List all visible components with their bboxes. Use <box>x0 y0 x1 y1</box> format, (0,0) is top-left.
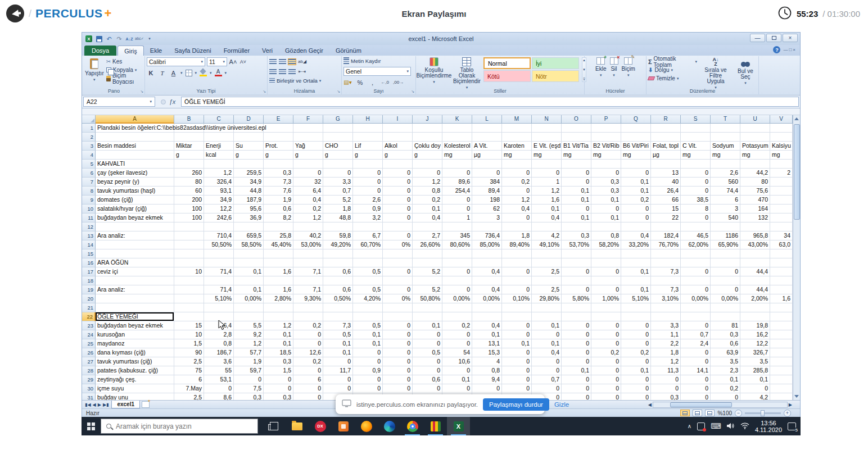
dx-app-icon[interactable]: DX <box>315 421 326 432</box>
cell-E22[interactable] <box>264 312 293 321</box>
cell-B15[interactable] <box>174 249 204 258</box>
cell-B6[interactable]: 260 <box>174 169 204 178</box>
fx-icon[interactable]: ƒx <box>169 98 176 105</box>
cell-Q13[interactable]: 0,4 <box>621 231 651 240</box>
insert-cells-button[interactable]: Ekle▾ <box>595 57 606 78</box>
cell-M23[interactable]: 0 <box>502 321 532 330</box>
cell-L30[interactable]: 0 <box>472 384 502 393</box>
cell-O15[interactable] <box>562 249 591 258</box>
cell-L11[interactable]: 3 <box>472 213 502 222</box>
cell-N15[interactable] <box>532 249 562 258</box>
cell-S28[interactable]: 14,1 <box>681 366 711 375</box>
chrome-icon-slot[interactable] <box>401 417 424 435</box>
cell-A5[interactable]: KAHVALTI <box>96 160 174 169</box>
cell-L5[interactable] <box>472 160 502 169</box>
firefox-icon[interactable] <box>361 421 372 432</box>
cell-M19[interactable]: 0 <box>502 285 532 294</box>
cell-D9[interactable]: 187,9 <box>234 196 264 205</box>
cell-I9[interactable]: 0 <box>383 196 413 205</box>
cell-M6[interactable]: 0 <box>502 169 532 178</box>
cell-T28[interactable]: 2,3 <box>711 366 740 375</box>
cell-Q15[interactable] <box>621 249 651 258</box>
cell-Q26[interactable]: 0,2 <box>621 348 651 357</box>
cell-F11[interactable]: 1,2 <box>293 213 323 222</box>
cell-C26[interactable]: 186,7 <box>204 348 234 357</box>
cell-E23[interactable]: 1,2 <box>264 321 293 330</box>
cell-O27[interactable]: 0 <box>562 357 591 366</box>
cell-A10[interactable]: salatalık/hıyar (çiğ) <box>96 205 174 213</box>
scroll-up-icon[interactable] <box>793 115 801 122</box>
borders-icon[interactable] <box>186 70 192 76</box>
cell-U26[interactable]: 326,7 <box>740 348 770 357</box>
cell-P2[interactable] <box>591 133 621 142</box>
cell-T6[interactable]: 2,6 <box>711 169 740 178</box>
cell-P8[interactable]: 0,3 <box>591 187 621 196</box>
cell-T24[interactable]: 0,3 <box>711 330 740 339</box>
cell-R29[interactable]: 0 <box>651 375 681 384</box>
row-header-10[interactable]: 10 <box>82 205 96 213</box>
cell-T7[interactable]: 560 <box>711 178 740 187</box>
cell-T12[interactable] <box>711 222 740 231</box>
view-normal-icon[interactable] <box>680 410 690 416</box>
cell-C15[interactable] <box>204 249 234 258</box>
cell-I14[interactable]: 0% <box>383 240 413 249</box>
column-header-K[interactable]: K <box>442 115 472 124</box>
cell-J2[interactable] <box>413 133 442 142</box>
cell-R4[interactable]: µg <box>651 151 681 160</box>
cell-K7[interactable]: 89,6 <box>442 178 472 187</box>
cell-R8[interactable]: 26,4 <box>651 187 681 196</box>
cell-V15[interactable] <box>770 249 793 258</box>
cell-H26[interactable]: 0 <box>353 348 383 357</box>
grow-font-icon[interactable]: A˄ <box>229 58 237 66</box>
cell-G16[interactable] <box>323 258 353 267</box>
row-header-31[interactable]: 31 <box>82 393 96 400</box>
cell-M5[interactable] <box>502 160 532 169</box>
cell-T27[interactable]: 3,5 <box>711 357 740 366</box>
cell-A18[interactable] <box>96 276 174 285</box>
cell-H15[interactable] <box>353 249 383 258</box>
cell-T19[interactable]: 0 <box>711 285 740 294</box>
cell-G17[interactable]: 0,6 <box>323 267 353 276</box>
cell-I28[interactable]: 0 <box>383 366 413 375</box>
cell-A17[interactable]: ceviz içi <box>96 267 174 276</box>
cell-E1[interactable] <box>264 124 293 133</box>
view-page-break-icon[interactable] <box>705 410 715 416</box>
cell-G5[interactable] <box>323 160 353 169</box>
clipboard-dialog-launcher-icon[interactable]: ↘ <box>140 89 143 94</box>
cell-N24[interactable]: 0 <box>532 330 562 339</box>
cell-E13[interactable]: 25,8 <box>264 231 293 240</box>
cell-J5[interactable] <box>413 160 442 169</box>
cell-B7[interactable]: 80 <box>174 178 204 187</box>
row-header-13[interactable]: 13 <box>82 231 96 240</box>
cell-S27[interactable]: 0 <box>681 357 711 366</box>
cell-I20[interactable]: 0% <box>383 294 413 303</box>
cell-P15[interactable] <box>591 249 621 258</box>
cell-K12[interactable] <box>442 222 472 231</box>
cell-F7[interactable]: 32 <box>293 178 323 187</box>
cell-B12[interactable] <box>174 222 204 231</box>
cell-E14[interactable]: 45,40% <box>264 240 293 249</box>
column-header-C[interactable]: C <box>204 115 234 124</box>
cell-E17[interactable]: 1,6 <box>264 267 293 276</box>
cell-N23[interactable]: 0,1 <box>532 321 562 330</box>
cell-N29[interactable]: 0,7 <box>532 375 562 384</box>
cell-I13[interactable]: 0 <box>383 231 413 240</box>
cell-R17[interactable]: 7,3 <box>651 267 681 276</box>
zoom-in-button[interactable]: + <box>784 410 791 417</box>
cell-L1[interactable] <box>472 124 502 133</box>
cell-S14[interactable]: 62,00% <box>681 240 711 249</box>
close-button[interactable]: × <box>783 34 798 42</box>
cell-B29[interactable]: 6 <box>174 375 204 384</box>
cell-R11[interactable]: 22 <box>651 213 681 222</box>
cell-H22[interactable] <box>353 312 383 321</box>
cell-T1[interactable] <box>711 124 740 133</box>
cell-L18[interactable] <box>472 276 502 285</box>
cell-L14[interactable]: 85,00% <box>472 240 502 249</box>
row-header-3[interactable]: 3 <box>82 142 96 151</box>
cell-A7[interactable]: beyaz peynir (y) <box>96 178 174 187</box>
cell-S7[interactable]: 0 <box>681 178 711 187</box>
cell-U25[interactable]: 12,2 <box>740 339 770 348</box>
cell-N8[interactable]: 1,2 <box>532 187 562 196</box>
cell-A8[interactable]: tavuk yumurtası (haşl) <box>96 187 174 196</box>
cell-F29[interactable]: 6 <box>293 375 323 384</box>
